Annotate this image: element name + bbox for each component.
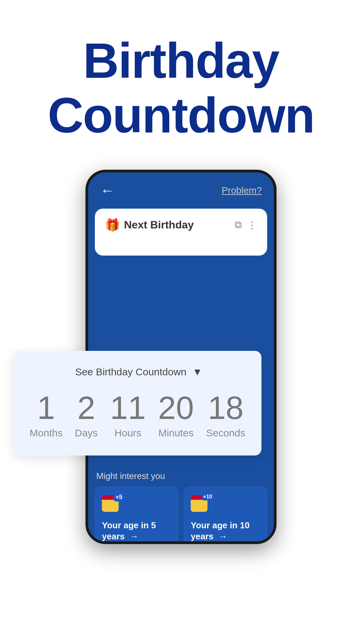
age-5-arrow: → — [130, 531, 138, 541]
birthday-card-title: 🎁 Next Birthday — [105, 218, 194, 232]
countdown-overlay: See Birthday Countdown ▼ 1 Months 2 Days… — [13, 351, 261, 455]
main-title: Birthday Countdown — [20, 34, 342, 143]
countdown-months: 1 Months — [29, 392, 62, 439]
age-5-card[interactable]: +5 Your age in 5 years → — [95, 487, 178, 541]
copy-button[interactable]: ⧉ — [235, 219, 242, 231]
age-5-text: Your age in 5 years → — [102, 520, 171, 541]
birthday-card: 🎁 Next Birthday ⧉ ⋮ — [95, 209, 267, 256]
problem-link[interactable]: Problem? — [222, 185, 262, 196]
age-10-icon: +10 — [191, 495, 260, 515]
interest-cards: +5 Your age in 5 years → — [95, 487, 267, 541]
share-button[interactable]: ⋮ — [247, 219, 257, 231]
countdown-seconds: 18 Seconds — [206, 392, 245, 439]
countdown-hours: 11 Hours — [110, 392, 146, 439]
card-actions: ⧉ ⋮ — [235, 219, 257, 231]
age-10-card[interactable]: +10 Your age in 10 years → — [184, 487, 267, 541]
might-interest-title: Might interest you — [95, 471, 267, 481]
birthday-card-header: 🎁 Next Birthday ⧉ ⋮ — [105, 218, 257, 232]
age-10-arrow: → — [219, 531, 227, 541]
phone-wrapper: See Birthday Countdown ▼ 1 Months 2 Days… — [0, 170, 362, 544]
countdown-title: See Birthday Countdown ▼ — [23, 364, 251, 378]
header-section: Birthday Countdown — [0, 0, 362, 170]
age-10-text: Your age in 10 years → — [191, 520, 260, 541]
phone-top-bar: ← Problem? — [88, 172, 274, 205]
age-5-icon: +5 — [102, 495, 171, 515]
might-interest-section: Might interest you +5 — [88, 464, 274, 541]
gift-icon: 🎁 — [105, 218, 120, 232]
countdown-days: 2 Days — [75, 392, 98, 439]
countdown-minutes: 20 Minutes — [158, 392, 194, 439]
countdown-units: 1 Months 2 Days 11 Hours 20 Minutes 18 S… — [23, 392, 251, 439]
back-button[interactable]: ← — [100, 182, 114, 199]
